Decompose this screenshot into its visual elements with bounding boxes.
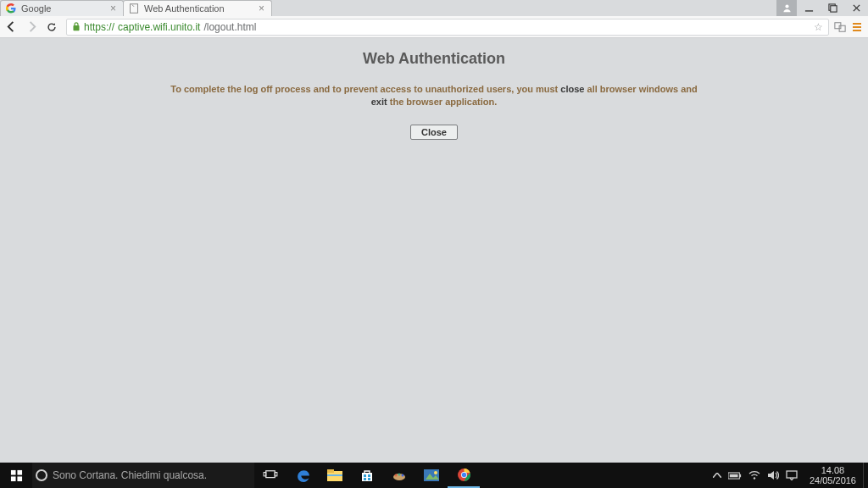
svg-rect-14 <box>17 476 22 481</box>
taskbar-edge-icon[interactable] <box>287 463 319 488</box>
svg-rect-8 <box>853 23 861 25</box>
show-desktop-button[interactable] <box>863 463 868 488</box>
taskbar-photos-icon[interactable] <box>415 463 448 488</box>
tray-action-center-icon[interactable] <box>786 470 798 480</box>
svg-rect-25 <box>368 478 370 480</box>
svg-point-27 <box>395 474 398 477</box>
svg-point-32 <box>434 471 437 474</box>
translate-icon[interactable] <box>834 21 846 33</box>
svg-rect-38 <box>730 474 738 477</box>
svg-rect-20 <box>327 474 342 476</box>
svg-point-29 <box>402 474 404 477</box>
svg-rect-17 <box>275 473 277 476</box>
google-favicon <box>6 3 16 14</box>
task-view-button[interactable] <box>254 463 287 488</box>
window-close-button[interactable] <box>844 0 868 16</box>
clock-date: 24/05/2016 <box>810 475 856 485</box>
cortana-search[interactable]: Sono Cortana. Chiedimi qualcosa. <box>32 463 254 488</box>
browser-tabstrip: Google × Web Authentication × <box>0 0 868 16</box>
cortana-placeholder: Sono Cortana. Chiedimi qualcosa. <box>53 469 207 481</box>
system-tray <box>708 470 803 480</box>
taskbar-clock[interactable]: 14.08 24/05/2016 <box>803 465 863 485</box>
nav-forward-button[interactable] <box>25 20 41 33</box>
svg-rect-9 <box>853 26 861 28</box>
svg-point-1 <box>785 4 788 8</box>
svg-point-28 <box>398 474 401 476</box>
omnibox[interactable]: https://captive.wifi.unito.it/logout.htm… <box>66 19 829 36</box>
tray-chevron-up-icon[interactable] <box>713 473 721 478</box>
svg-rect-15 <box>266 471 275 478</box>
taskbar-app-icon[interactable] <box>383 463 415 488</box>
nav-reload-button[interactable] <box>46 21 61 33</box>
url-path: /logout.html <box>203 21 256 33</box>
tray-battery-icon[interactable] <box>728 472 742 480</box>
url-host: captive.wifi.unito.it <box>118 21 200 33</box>
svg-rect-4 <box>830 6 836 12</box>
svg-rect-22 <box>364 474 366 477</box>
start-button[interactable] <box>0 463 32 488</box>
svg-rect-13 <box>10 476 15 481</box>
url-scheme: https:// <box>84 21 114 33</box>
tab-google[interactable]: Google × <box>0 0 124 16</box>
svg-rect-41 <box>787 471 797 478</box>
close-button[interactable]: Close <box>410 125 458 140</box>
tray-wifi-icon[interactable] <box>748 471 760 480</box>
svg-rect-5 <box>73 25 79 30</box>
tab-title: Web Authentication <box>144 3 253 14</box>
svg-rect-37 <box>739 474 741 477</box>
window-maximize-button[interactable] <box>821 0 844 16</box>
tray-volume-icon[interactable] <box>767 470 779 480</box>
page-content: Web Authentication To complete the log o… <box>0 38 868 463</box>
tab-title: Google <box>21 3 105 14</box>
window-minimize-button[interactable] <box>797 0 821 16</box>
page-heading: Web Authentication <box>363 50 505 68</box>
taskbar-chrome-icon[interactable] <box>448 463 480 488</box>
close-icon[interactable]: × <box>259 3 264 14</box>
svg-rect-19 <box>327 469 334 473</box>
chrome-user-button[interactable] <box>776 0 797 16</box>
cortana-icon <box>36 469 47 481</box>
taskbar-store-icon[interactable] <box>351 463 383 488</box>
svg-rect-23 <box>368 474 370 477</box>
window-controls <box>776 0 868 16</box>
taskbar-file-explorer-icon[interactable] <box>319 463 351 488</box>
svg-rect-24 <box>364 478 366 480</box>
svg-rect-10 <box>853 30 861 31</box>
svg-rect-12 <box>17 469 22 474</box>
svg-rect-0 <box>131 4 138 14</box>
svg-point-35 <box>461 472 466 477</box>
lock-icon <box>72 22 81 31</box>
logout-message: To complete the log off process and to p… <box>170 83 697 109</box>
chrome-menu-icon[interactable] <box>851 21 863 33</box>
svg-rect-2 <box>804 10 812 11</box>
address-bar: https://captive.wifi.unito.it/logout.htm… <box>0 16 868 38</box>
svg-rect-16 <box>264 473 266 476</box>
svg-marker-40 <box>768 471 774 480</box>
svg-rect-11 <box>10 469 15 474</box>
tab-web-authentication[interactable]: Web Authentication × <box>123 0 272 16</box>
windows-taskbar: Sono Cortana. Chiedimi qualcosa. <box>0 463 868 488</box>
clock-time: 14.08 <box>810 465 856 475</box>
svg-rect-21 <box>362 473 372 481</box>
close-icon[interactable]: × <box>110 3 116 14</box>
svg-point-39 <box>754 477 755 479</box>
nav-back-button[interactable] <box>5 20 20 33</box>
bookmark-star-icon[interactable]: ☆ <box>814 21 823 33</box>
page-favicon <box>129 3 139 14</box>
